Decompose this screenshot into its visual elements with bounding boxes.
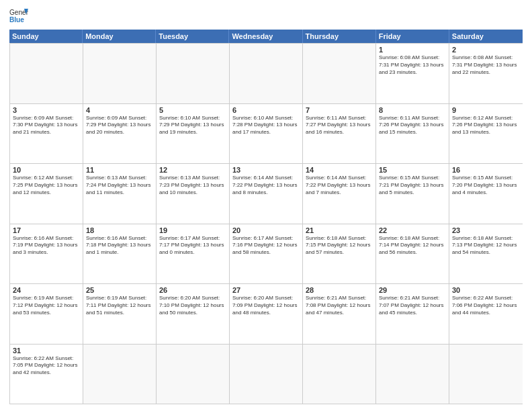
- calendar-cell: 16Sunrise: 6:15 AM Sunset: 7:20 PM Dayli…: [449, 164, 523, 224]
- svg-text:Blue: Blue: [9, 16, 24, 24]
- calendar-cell: 29Sunrise: 6:21 AM Sunset: 7:07 PM Dayli…: [376, 284, 449, 344]
- calendar-cell: 7Sunrise: 6:11 AM Sunset: 7:27 PM Daylig…: [303, 104, 376, 164]
- day-info: Sunrise: 6:14 AM Sunset: 7:22 PM Dayligh…: [306, 175, 373, 196]
- calendar-cell: [303, 44, 376, 103]
- day-info: Sunrise: 6:13 AM Sunset: 7:24 PM Dayligh…: [86, 175, 153, 196]
- day-info: Sunrise: 6:10 AM Sunset: 7:29 PM Dayligh…: [159, 115, 226, 136]
- calendar-cell: 19Sunrise: 6:17 AM Sunset: 7:17 PM Dayli…: [157, 224, 230, 284]
- day-info: Sunrise: 6:09 AM Sunset: 7:30 PM Dayligh…: [13, 115, 80, 136]
- day-number: 20: [232, 226, 300, 234]
- calendar-cell: 22Sunrise: 6:18 AM Sunset: 7:14 PM Dayli…: [376, 224, 449, 284]
- day-header-tuesday: Tuesday: [156, 30, 229, 43]
- calendar-cell: 27Sunrise: 6:20 AM Sunset: 7:09 PM Dayli…: [230, 284, 303, 344]
- day-header-friday: Friday: [376, 30, 449, 43]
- week-row-2: 10Sunrise: 6:12 AM Sunset: 7:25 PM Dayli…: [10, 164, 523, 224]
- day-info: Sunrise: 6:22 AM Sunset: 7:06 PM Dayligh…: [452, 295, 520, 316]
- day-number: 31: [13, 347, 80, 355]
- generalblue-logo-icon: General Blue: [9, 7, 28, 26]
- day-info: Sunrise: 6:18 AM Sunset: 7:15 PM Dayligh…: [306, 235, 373, 257]
- week-row-5: 31Sunrise: 6:22 AM Sunset: 7:05 PM Dayli…: [10, 345, 523, 405]
- day-number: 10: [13, 166, 80, 174]
- day-header-thursday: Thursday: [303, 30, 376, 43]
- calendar-cell: [83, 345, 157, 404]
- calendar-cell: 1Sunrise: 6:08 AM Sunset: 7:31 PM Daylig…: [376, 44, 449, 103]
- week-row-3: 17Sunrise: 6:16 AM Sunset: 7:19 PM Dayli…: [10, 224, 523, 285]
- day-info: Sunrise: 6:08 AM Sunset: 7:31 PM Dayligh…: [379, 54, 446, 76]
- day-info: Sunrise: 6:12 AM Sunset: 7:26 PM Dayligh…: [452, 115, 520, 136]
- calendar-cell: 8Sunrise: 6:11 AM Sunset: 7:26 PM Daylig…: [376, 104, 449, 164]
- day-number: 15: [379, 166, 446, 174]
- day-number: 8: [379, 106, 446, 114]
- day-info: Sunrise: 6:21 AM Sunset: 7:08 PM Dayligh…: [306, 295, 373, 316]
- day-number: 4: [86, 106, 153, 114]
- day-info: Sunrise: 6:09 AM Sunset: 7:29 PM Dayligh…: [86, 115, 153, 136]
- calendar-cell: 5Sunrise: 6:10 AM Sunset: 7:29 PM Daylig…: [157, 104, 230, 164]
- header: General Blue: [9, 7, 523, 26]
- day-number: 26: [159, 286, 226, 294]
- calendar-cell: [157, 44, 230, 103]
- page: General Blue SundayMondayTuesdayWednesda…: [0, 0, 532, 411]
- calendar-cell: 10Sunrise: 6:12 AM Sunset: 7:25 PM Dayli…: [10, 164, 83, 224]
- week-row-0: 1Sunrise: 6:08 AM Sunset: 7:31 PM Daylig…: [10, 44, 523, 104]
- week-row-1: 3Sunrise: 6:09 AM Sunset: 7:30 PM Daylig…: [10, 104, 523, 165]
- calendar-cell: 9Sunrise: 6:12 AM Sunset: 7:26 PM Daylig…: [449, 104, 523, 164]
- day-info: Sunrise: 6:08 AM Sunset: 7:31 PM Dayligh…: [452, 54, 520, 76]
- day-number: 22: [379, 226, 446, 234]
- day-number: 28: [306, 286, 373, 294]
- day-number: 18: [86, 226, 153, 234]
- day-info: Sunrise: 6:16 AM Sunset: 7:19 PM Dayligh…: [13, 235, 80, 257]
- calendar-cell: 13Sunrise: 6:14 AM Sunset: 7:22 PM Dayli…: [230, 164, 303, 224]
- day-info: Sunrise: 6:16 AM Sunset: 7:18 PM Dayligh…: [86, 235, 153, 257]
- day-number: 5: [159, 106, 226, 114]
- day-number: 30: [452, 286, 520, 294]
- calendar-cell: 6Sunrise: 6:10 AM Sunset: 7:28 PM Daylig…: [230, 104, 303, 164]
- calendar-header: SundayMondayTuesdayWednesdayThursdayFrid…: [9, 30, 523, 43]
- calendar-cell: [230, 44, 303, 103]
- day-number: 11: [86, 166, 153, 174]
- day-info: Sunrise: 6:17 AM Sunset: 7:17 PM Dayligh…: [159, 235, 226, 257]
- day-info: Sunrise: 6:10 AM Sunset: 7:28 PM Dayligh…: [232, 115, 300, 136]
- day-number: 3: [13, 106, 80, 114]
- calendar-cell: [303, 345, 376, 404]
- day-header-saturday: Saturday: [449, 30, 523, 43]
- day-number: 21: [306, 226, 373, 234]
- calendar-cell: 3Sunrise: 6:09 AM Sunset: 7:30 PM Daylig…: [10, 104, 83, 164]
- day-number: 12: [159, 166, 226, 174]
- calendar-cell: 12Sunrise: 6:13 AM Sunset: 7:23 PM Dayli…: [157, 164, 230, 224]
- calendar-cell: [376, 345, 449, 404]
- day-number: 17: [13, 226, 80, 234]
- day-info: Sunrise: 6:20 AM Sunset: 7:09 PM Dayligh…: [232, 295, 300, 316]
- day-number: 2: [452, 46, 520, 54]
- day-number: 9: [452, 106, 520, 114]
- day-info: Sunrise: 6:17 AM Sunset: 7:16 PM Dayligh…: [232, 235, 300, 257]
- day-info: Sunrise: 6:18 AM Sunset: 7:14 PM Dayligh…: [379, 235, 446, 257]
- calendar-cell: 31Sunrise: 6:22 AM Sunset: 7:05 PM Dayli…: [10, 345, 83, 404]
- day-number: 13: [232, 166, 300, 174]
- day-number: 29: [379, 286, 446, 294]
- day-number: 25: [86, 286, 153, 294]
- day-info: Sunrise: 6:19 AM Sunset: 7:12 PM Dayligh…: [13, 295, 80, 316]
- calendar-body: 1Sunrise: 6:08 AM Sunset: 7:31 PM Daylig…: [9, 43, 523, 404]
- calendar-cell: 21Sunrise: 6:18 AM Sunset: 7:15 PM Dayli…: [303, 224, 376, 284]
- calendar-cell: 15Sunrise: 6:15 AM Sunset: 7:21 PM Dayli…: [376, 164, 449, 224]
- day-number: 6: [232, 106, 300, 114]
- calendar-cell: [83, 44, 157, 103]
- calendar-cell: [10, 44, 83, 103]
- calendar-cell: 11Sunrise: 6:13 AM Sunset: 7:24 PM Dayli…: [83, 164, 157, 224]
- calendar-cell: 4Sunrise: 6:09 AM Sunset: 7:29 PM Daylig…: [83, 104, 157, 164]
- day-header-wednesday: Wednesday: [229, 30, 302, 43]
- day-info: Sunrise: 6:14 AM Sunset: 7:22 PM Dayligh…: [232, 175, 300, 196]
- calendar-cell: [230, 345, 303, 404]
- day-header-monday: Monday: [83, 30, 156, 43]
- calendar-cell: 23Sunrise: 6:18 AM Sunset: 7:13 PM Dayli…: [449, 224, 523, 284]
- day-info: Sunrise: 6:11 AM Sunset: 7:27 PM Dayligh…: [306, 115, 373, 136]
- calendar-cell: 25Sunrise: 6:19 AM Sunset: 7:11 PM Dayli…: [83, 284, 157, 344]
- day-number: 24: [13, 286, 80, 294]
- day-info: Sunrise: 6:19 AM Sunset: 7:11 PM Dayligh…: [86, 295, 153, 316]
- day-number: 27: [232, 286, 300, 294]
- calendar-cell: 17Sunrise: 6:16 AM Sunset: 7:19 PM Dayli…: [10, 224, 83, 284]
- day-info: Sunrise: 6:11 AM Sunset: 7:26 PM Dayligh…: [379, 115, 446, 136]
- calendar-cell: 24Sunrise: 6:19 AM Sunset: 7:12 PM Dayli…: [10, 284, 83, 344]
- day-info: Sunrise: 6:18 AM Sunset: 7:13 PM Dayligh…: [452, 235, 520, 257]
- day-number: 14: [306, 166, 373, 174]
